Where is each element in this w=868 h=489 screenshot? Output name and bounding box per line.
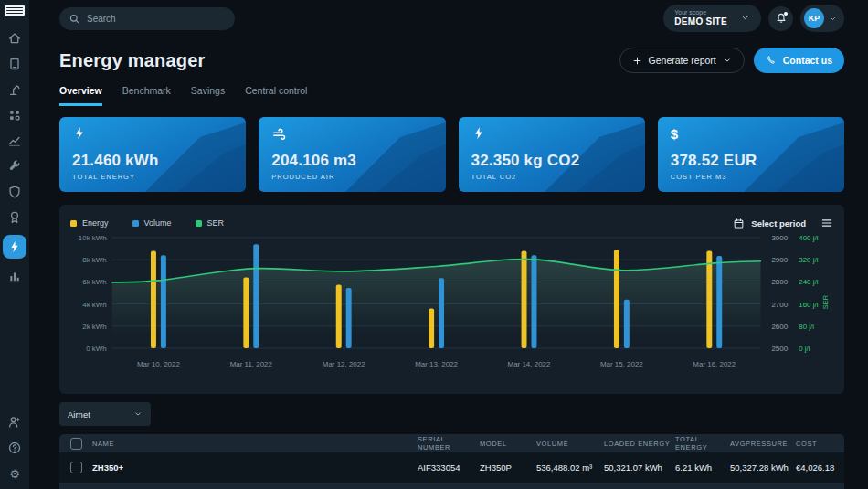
svg-text:2600: 2600 <box>771 323 788 331</box>
help-icon[interactable] <box>6 440 23 456</box>
svg-text:10k kWh: 10k kWh <box>79 234 107 242</box>
scope-selector[interactable]: Your scope DEMO SITE <box>663 5 761 32</box>
svg-text:0 j/l: 0 j/l <box>799 345 810 353</box>
search-placeholder: Search <box>87 14 116 24</box>
table-cell-name: ZH350+ <box>92 462 418 473</box>
svg-text:Mar 12, 2022: Mar 12, 2022 <box>323 360 365 368</box>
dollar-icon: $ <box>671 126 678 142</box>
svg-text:6k kWh: 6k kWh <box>82 278 106 286</box>
energy-chart[interactable]: 0 kWh25000 j/l2k kWh260080 j/l4k kWh2700… <box>70 233 833 387</box>
table-header-cell: AVGPRESSURE <box>730 440 796 448</box>
kpi-cards: 21.460 kWh TOTAL ENERGY 204.106 m3 PRODU… <box>59 117 844 192</box>
table-header-cell: COST <box>796 440 844 448</box>
hamburger-icon <box>820 218 833 229</box>
settings-icon[interactable]: ⚙ <box>6 465 23 482</box>
search-input[interactable]: Search <box>59 7 235 30</box>
generate-report-button[interactable]: Generate report <box>619 48 745 73</box>
notification-dot <box>784 12 788 16</box>
bolt-icon <box>72 126 87 141</box>
legend-volume[interactable]: Volume <box>132 218 172 228</box>
kpi-card-total-energy: 21.460 kWh TOTAL ENERGY <box>59 117 246 192</box>
shield-icon[interactable] <box>6 184 23 200</box>
row-checkbox[interactable] <box>70 462 82 473</box>
assets-icon[interactable] <box>6 56 23 72</box>
chart-panel: Energy Volume SER Select period <box>59 205 844 394</box>
svg-text:SER: SER <box>821 294 830 309</box>
tab-central-control[interactable]: Central control <box>245 85 307 106</box>
sidebar: ⚙ <box>0 0 29 489</box>
equipment-icon[interactable] <box>6 81 23 98</box>
table-footer-strip <box>59 484 844 489</box>
tab-overview[interactable]: Overview <box>59 85 102 106</box>
topbar: Search Your scope DEMO SITE KP <box>59 0 844 37</box>
kpi-label: TOTAL CO2 <box>471 173 632 181</box>
svg-text:2k kWh: 2k kWh <box>82 323 106 331</box>
svg-text:2800: 2800 <box>771 278 788 286</box>
reports-icon[interactable] <box>6 268 23 284</box>
avatar: KP <box>804 8 824 28</box>
table-cell-avg_pressure: 50,327.28 kWh <box>730 462 796 473</box>
svg-text:Mar 14, 2022: Mar 14, 2022 <box>508 360 551 368</box>
table-body: ZH350+AIF333054ZH350P536,488.02 m³50,321… <box>59 452 844 484</box>
search-icon <box>69 13 80 25</box>
chart-menu-button[interactable] <box>820 218 833 229</box>
svg-text:320 j/l: 320 j/l <box>799 256 818 264</box>
award-icon[interactable] <box>6 209 23 226</box>
air-icon <box>271 126 287 142</box>
user-menu[interactable]: KP <box>800 5 844 32</box>
svg-text:2900: 2900 <box>771 256 788 264</box>
kpi-card-cost-per-m3: $ 378.52 EUR COST PER M3 <box>658 117 844 192</box>
svg-text:0 kWh: 0 kWh <box>86 345 107 353</box>
service-icon[interactable] <box>6 158 23 175</box>
energy-manager-icon[interactable] <box>3 235 26 259</box>
analytics-icon[interactable] <box>6 133 23 149</box>
svg-text:4k kWh: 4k kWh <box>82 301 106 309</box>
table-header-cell: NAME <box>92 440 418 448</box>
chevron-down-icon <box>740 10 750 27</box>
svg-text:2500: 2500 <box>771 345 788 353</box>
svg-text:Mar 15, 2022: Mar 15, 2022 <box>600 360 643 368</box>
table-cell-total_energy: 6.21 kWh <box>675 462 730 473</box>
scope-label: Your scope <box>674 9 727 16</box>
airnet-filter-select[interactable]: Airnet <box>59 402 151 426</box>
table-header-cell: SERIAL NUMBER <box>418 435 480 452</box>
home-icon[interactable] <box>6 30 23 47</box>
equipment-table: NAMESERIAL NUMBERMODELVOLUMELOADED ENERG… <box>59 434 844 489</box>
table-cell-model: ZH350P <box>480 462 536 473</box>
chevron-down-icon <box>723 56 732 65</box>
table-cell-serial: AIF333054 <box>418 462 480 473</box>
apps-icon[interactable] <box>6 107 23 123</box>
svg-text:3000: 3000 <box>771 234 788 242</box>
invite-user-icon[interactable] <box>6 414 23 431</box>
tab-benchmark[interactable]: Benchmark <box>122 85 171 106</box>
table-header-cell: TOTAL ENERGY <box>675 435 730 452</box>
select-period-button[interactable]: Select period <box>733 218 806 229</box>
chevron-down-icon <box>133 409 143 419</box>
kpi-label: COST PER M3 <box>671 173 831 181</box>
table-cell-cost: €4,026.18 <box>796 462 844 473</box>
svg-text:160 j/l: 160 j/l <box>799 301 818 309</box>
legend-swatch-ser <box>196 220 202 227</box>
chart-legend: Energy Volume SER <box>70 218 224 228</box>
select-all-checkbox[interactable] <box>70 438 82 450</box>
tab-savings[interactable]: Savings <box>191 85 225 106</box>
kpi-value: 204.106 m3 <box>271 152 432 170</box>
kpi-card-total-co2: 32.350 kg CO2 TOTAL CO2 <box>459 117 645 192</box>
svg-text:Mar 13, 2022: Mar 13, 2022 <box>415 360 458 368</box>
notifications-button[interactable] <box>768 6 793 31</box>
table-row[interactable]: ZH350+AIF333054ZH350P536,488.02 m³50,321… <box>59 452 844 484</box>
scope-value: DEMO SITE <box>674 16 727 27</box>
table-header-row: NAMESERIAL NUMBERMODELVOLUMELOADED ENERG… <box>59 434 844 452</box>
plus-icon <box>632 56 642 66</box>
kpi-value: 21.460 kWh <box>72 152 233 170</box>
svg-text:240 j/l: 240 j/l <box>799 278 818 286</box>
page-title: Energy manager <box>59 50 206 71</box>
contact-us-button[interactable]: Contact us <box>754 48 844 73</box>
svg-text:80 j/l: 80 j/l <box>799 323 814 331</box>
kpi-value: 378.52 EUR <box>671 152 831 170</box>
kpi-label: PRODUCED AIR <box>271 173 432 181</box>
legend-energy[interactable]: Energy <box>70 218 109 228</box>
legend-ser[interactable]: SER <box>196 218 225 228</box>
table-cell-volume: 536,488.02 m³ <box>536 462 604 473</box>
table-header-cell: LOADED ENERGY <box>604 440 675 448</box>
